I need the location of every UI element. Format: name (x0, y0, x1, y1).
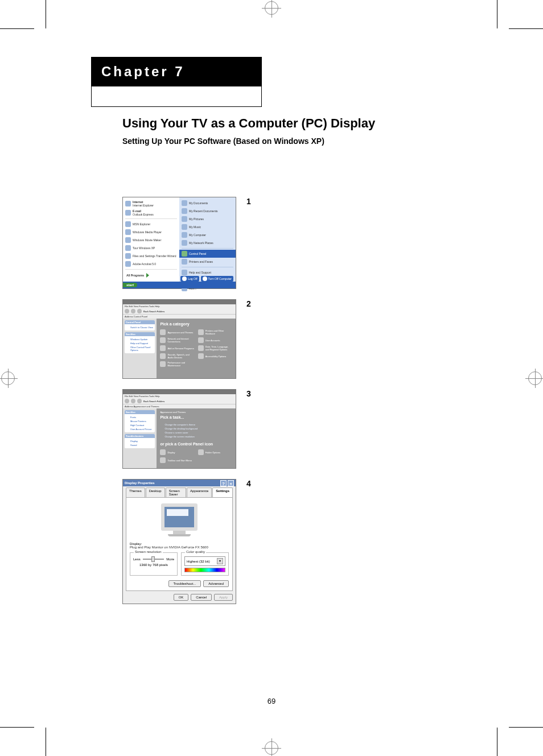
task-link[interactable]: Change the desktop background (160, 427, 232, 431)
folder-icon (198, 449, 204, 455)
cat-network[interactable]: Network and Internet Connections (160, 337, 194, 343)
side-link[interactable]: Help and Support (126, 341, 154, 345)
task-link[interactable]: Change the screen resolution (160, 435, 232, 439)
resolution-slider[interactable]: Less More (133, 557, 174, 561)
forward-icon[interactable] (131, 399, 135, 403)
ok-button[interactable]: OK (174, 594, 189, 601)
back-icon[interactable] (125, 309, 129, 313)
folder-icon (182, 200, 187, 206)
task-link[interactable]: Choose a screen saver (160, 431, 232, 435)
cat-accessibility[interactable]: Accessibility Options (198, 353, 232, 359)
side-link[interactable]: Other Control Panel Options (126, 345, 154, 352)
start-item[interactable]: Tour Windows XP (123, 244, 179, 252)
start-item[interactable]: My Computer (179, 231, 236, 239)
tab-screen-saver[interactable]: Screen Saver (166, 488, 186, 497)
turnoff-button[interactable]: Turn Off Computer (201, 276, 233, 282)
screenshot-start-menu: InternetInternet Explorer E-mailOutlook … (122, 197, 236, 289)
task-link[interactable]: Change the computer's theme (160, 423, 232, 427)
start-item-email[interactable]: E-mailOutlook Express (123, 208, 179, 217)
side-link[interactable]: Fonts (126, 415, 154, 419)
close-button[interactable]: × (228, 480, 234, 486)
cat-performance[interactable]: Performance and Maintenance (160, 361, 194, 367)
cancel-button[interactable]: Cancel (191, 594, 212, 601)
performance-icon (160, 361, 166, 367)
slider-thumb[interactable] (151, 556, 155, 562)
forward-icon[interactable] (131, 309, 135, 313)
page-frame: Chapter 7 Using Your TV as a Computer (P… (46, 34, 497, 717)
logoff-button[interactable]: Log Off (180, 276, 199, 282)
side-link[interactable]: Display (126, 439, 154, 443)
start-item[interactable]: Help and Support (179, 268, 236, 276)
cat-users[interactable]: User Accounts (198, 337, 232, 343)
printer-icon (182, 259, 187, 265)
side-link[interactable]: Mouse Pointers (126, 419, 154, 423)
step-number-1: 1 (246, 197, 251, 206)
window-title-bar (123, 390, 236, 394)
step-number-4: 4 (246, 479, 251, 488)
start-item[interactable]: Files and Settings Transfer Wizard (123, 252, 179, 260)
page-subtitle: Setting Up Your PC Software (Based on Wi… (122, 137, 430, 146)
menu-bar[interactable]: File Edit View Favorites Tools Help (123, 304, 236, 308)
cat-sounds[interactable]: Sounds, Speech, and Audio Devices (160, 353, 194, 359)
taskbar-icon (160, 457, 166, 463)
address-bar[interactable]: Address Appearance and Themes (123, 404, 236, 408)
start-button[interactable]: start (123, 283, 137, 287)
color-quality-group: Color quality Highest (32 bit) ▾ (181, 552, 229, 576)
printer-icon (198, 329, 204, 335)
start-item[interactable]: Windows Movie Maker (123, 236, 179, 244)
up-icon[interactable] (137, 309, 142, 313)
display-icon (160, 449, 166, 455)
tab-appearance[interactable]: Appearance (187, 488, 212, 497)
page-number: 69 (46, 697, 497, 705)
start-item-mydocs[interactable]: My Documents (179, 199, 236, 207)
chapter-heading-block: Chapter 7 (91, 57, 262, 107)
control-panel-icon (182, 251, 187, 257)
apply-button[interactable]: Apply (214, 594, 233, 601)
switch-classic-link[interactable]: Switch to Classic View (126, 325, 154, 329)
tab-themes[interactable]: Themes (126, 488, 145, 497)
back-icon[interactable] (125, 399, 129, 403)
start-item[interactable]: My Pictures (179, 215, 236, 223)
menu-bar[interactable]: File Edit View Favorites Tools Help (123, 394, 236, 398)
start-item-control-panel[interactable]: Control Panel (179, 250, 236, 258)
start-item[interactable]: Windows Media Player (123, 228, 179, 236)
side-link[interactable]: High Contrast (126, 423, 154, 427)
content-area: Using Your TV as a Computer (PC) Display… (122, 116, 430, 604)
cat-addremove[interactable]: Add or Remove Programs (160, 345, 194, 351)
cat-appearance[interactable]: Appearance and Themes (160, 329, 194, 335)
side-panel-see-also: See Also Windows Update Help and Support… (125, 332, 155, 353)
tab-strip: Themes Desktop Screen Saver Appearance S… (123, 486, 236, 497)
tab-settings[interactable]: Settings (212, 488, 233, 497)
start-item-internet[interactable]: InternetInternet Explorer (123, 199, 179, 208)
color-quality-select[interactable]: Highest (32 bit) ▾ (184, 556, 225, 566)
all-programs[interactable]: All Programs (123, 271, 179, 280)
up-icon[interactable] (137, 399, 142, 403)
cp-icon-folder-options[interactable]: Folder Options (198, 449, 232, 455)
programs-icon (160, 345, 166, 351)
cp-icon-taskbar[interactable]: Taskbar and Start Menu (160, 457, 194, 463)
address-bar[interactable]: Address Control Panel (123, 314, 236, 319)
start-item[interactable]: My Music (179, 223, 236, 231)
tab-desktop[interactable]: Desktop (146, 488, 165, 497)
cat-datetime[interactable]: Date, Time, Language, and Regional Optio… (198, 345, 232, 351)
start-item[interactable]: My Network Places (179, 239, 236, 247)
troubleshoot-button[interactable]: Troubleshoot... (168, 580, 201, 587)
start-item[interactable]: Printers and Faxes (179, 258, 236, 266)
help-button[interactable]: ? (220, 480, 227, 486)
chevron-down-icon: ▾ (217, 558, 223, 564)
start-item[interactable]: My Recent Documents (179, 207, 236, 215)
advanced-button[interactable]: Advanced (203, 580, 229, 587)
step-3: File Edit View Favorites Tools Help Back… (122, 389, 430, 469)
side-link[interactable]: User Account Picture (126, 427, 154, 431)
side-link[interactable]: Windows Update (126, 337, 154, 341)
help-icon (182, 270, 187, 275)
step-number-2: 2 (246, 299, 251, 308)
cat-printers[interactable]: Printers and Other Hardware (198, 329, 232, 335)
toolbar: Back Search Folders (123, 308, 236, 314)
pick-task-heading: Pick a task... (160, 415, 232, 419)
start-item[interactable]: MSN Explorer (123, 220, 179, 228)
step-2: File Edit View Favorites Tools Help Back… (122, 299, 430, 379)
start-item[interactable]: Adobe Acrobat 5.0 (123, 260, 179, 268)
cp-icon-display[interactable]: Display (160, 449, 194, 455)
side-link[interactable]: Sound (126, 443, 154, 447)
